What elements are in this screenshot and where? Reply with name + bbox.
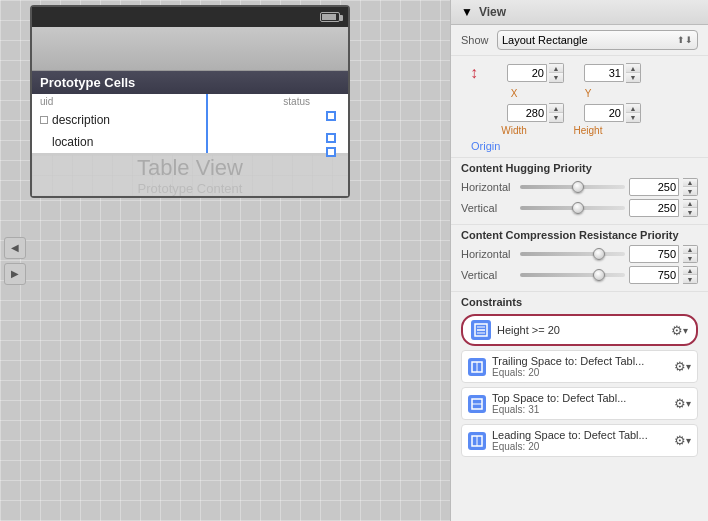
width-field-group: ▲ ▼ bbox=[507, 103, 564, 123]
description-row: description bbox=[32, 109, 348, 131]
top-constraint-texts: Top Space to: Defect Tabl... Equals: 31 bbox=[492, 392, 668, 415]
width-stepper[interactable]: ▲ ▼ bbox=[549, 103, 564, 123]
height-input[interactable] bbox=[584, 104, 624, 122]
hugging-v-inc[interactable]: ▲ bbox=[683, 200, 697, 208]
trailing-icon-svg bbox=[471, 361, 483, 373]
height-increment[interactable]: ▲ bbox=[626, 104, 640, 113]
arrow-right-button[interactable]: ▶ bbox=[4, 263, 26, 285]
prototype-cells-section: Prototype Cells uid status description bbox=[32, 71, 348, 154]
dropdown-chevron-icon-3: ▾ bbox=[686, 398, 691, 409]
compression-vertical-stepper[interactable]: ▲ ▼ bbox=[683, 266, 698, 284]
width-decrement[interactable]: ▼ bbox=[549, 113, 563, 122]
leading-constraint-row: Leading Space to: Defect Tabl... Equals:… bbox=[461, 424, 698, 457]
compression-vertical-slider[interactable] bbox=[520, 273, 625, 277]
compression-horizontal-slider[interactable] bbox=[520, 252, 625, 256]
comp-v-dec[interactable]: ▼ bbox=[683, 275, 697, 283]
compression-vertical-thumb[interactable] bbox=[593, 269, 605, 281]
table-view-title: Table View bbox=[137, 155, 243, 181]
compression-horizontal-label: Horizontal bbox=[461, 248, 516, 260]
y-increment[interactable]: ▲ bbox=[626, 64, 640, 73]
hugging-h-inc[interactable]: ▲ bbox=[683, 179, 697, 187]
content-hugging-title: Content Hugging Priority bbox=[461, 162, 698, 174]
leading-constraint-gear[interactable]: ⚙ ▾ bbox=[674, 433, 691, 448]
wh-spacer bbox=[461, 103, 487, 123]
compression-horizontal-thumb[interactable] bbox=[593, 248, 605, 260]
x-increment[interactable]: ▲ bbox=[549, 64, 563, 73]
nav-bar bbox=[32, 27, 348, 71]
top-constraint-gear[interactable]: ⚙ ▾ bbox=[674, 396, 691, 411]
compression-horizontal-stepper[interactable]: ▲ ▼ bbox=[683, 245, 698, 263]
uid-status-row: uid status bbox=[32, 94, 348, 109]
constraints-title: Constraints bbox=[461, 296, 698, 308]
hugging-horizontal-slider[interactable] bbox=[520, 185, 625, 189]
uid-label: uid bbox=[40, 96, 53, 107]
origin-button[interactable]: Origin bbox=[461, 138, 510, 156]
dropdown-chevron-icon-2: ▾ bbox=[686, 361, 691, 372]
compression-resistance-section: Content Compression Resistance Priority … bbox=[451, 225, 708, 292]
height-field-group: ▲ ▼ bbox=[584, 103, 641, 123]
height-label: Height bbox=[561, 125, 615, 136]
hugging-vertical-label: Vertical bbox=[461, 202, 516, 214]
xy-labels: X Y bbox=[451, 86, 708, 99]
right-handle-blue-2 bbox=[326, 133, 336, 143]
x-field-group: ▲ ▼ bbox=[507, 60, 564, 86]
section-triangle-icon: ▼ bbox=[461, 5, 473, 19]
location-row: location bbox=[32, 131, 348, 153]
content-hugging-section: Content Hugging Priority Horizontal ▲ ▼ … bbox=[451, 158, 708, 225]
canvas-area: ◀ ▶ Prototype Cells uid status bbox=[0, 0, 450, 521]
comp-h-inc[interactable]: ▲ bbox=[683, 246, 697, 254]
x-decrement[interactable]: ▼ bbox=[549, 73, 563, 82]
location-label: location bbox=[52, 135, 93, 149]
x-input[interactable] bbox=[507, 64, 547, 82]
arrow-left-button[interactable]: ◀ bbox=[4, 237, 26, 259]
y-stepper[interactable]: ▲ ▼ bbox=[626, 63, 641, 83]
prototype-cells-label: Prototype Cells bbox=[40, 75, 135, 90]
hugging-vertical-stepper[interactable]: ▲ ▼ bbox=[683, 199, 698, 217]
y-label: Y bbox=[561, 88, 615, 99]
height-decrement[interactable]: ▼ bbox=[626, 113, 640, 122]
hugging-horizontal-stepper[interactable]: ▲ ▼ bbox=[683, 178, 698, 196]
position-wh-row: ▲ ▼ ▲ ▼ bbox=[451, 99, 708, 123]
show-label: Show bbox=[461, 34, 491, 46]
hugging-vertical-thumb[interactable] bbox=[572, 202, 584, 214]
x-stepper[interactable]: ▲ ▼ bbox=[549, 63, 564, 83]
left-arrow-panel: ◀ ▶ bbox=[4, 237, 26, 285]
dropdown-chevron-icon: ▾ bbox=[683, 325, 688, 336]
right-handle-blue-1 bbox=[326, 111, 336, 121]
trailing-constraint-gear[interactable]: ⚙ ▾ bbox=[674, 359, 691, 374]
vertical-blue-connector bbox=[206, 94, 208, 153]
hugging-horizontal-label: Horizontal bbox=[461, 181, 516, 193]
phone-frame: Prototype Cells uid status description bbox=[30, 5, 350, 198]
gear-icon-4: ⚙ bbox=[674, 433, 686, 448]
y-decrement[interactable]: ▼ bbox=[626, 73, 640, 82]
comp-h-dec[interactable]: ▼ bbox=[683, 254, 697, 262]
hugging-horizontal-thumb[interactable] bbox=[572, 181, 584, 193]
properties-panel: ▼ View Show Layout Rectangle ⬆⬇ ↕ ▲ ▼ ▲ bbox=[450, 0, 708, 521]
hugging-v-dec[interactable]: ▼ bbox=[683, 208, 697, 216]
compression-horizontal-input[interactable] bbox=[629, 245, 679, 263]
width-increment[interactable]: ▲ bbox=[549, 104, 563, 113]
height-stepper[interactable]: ▲ ▼ bbox=[626, 103, 641, 123]
dropdown-chevron-icon-4: ▾ bbox=[686, 435, 691, 446]
hugging-vertical-input[interactable] bbox=[629, 199, 679, 217]
comp-v-inc[interactable]: ▲ bbox=[683, 267, 697, 275]
height-constraint-row: Height >= 20 ⚙ ▾ bbox=[461, 314, 698, 346]
wh-labels: Width Height bbox=[451, 123, 708, 136]
width-input[interactable] bbox=[507, 104, 547, 122]
height-constraint-gear[interactable]: ⚙ ▾ bbox=[671, 323, 688, 338]
description-handle bbox=[40, 116, 48, 124]
leading-constraint-texts: Leading Space to: Defect Tabl... Equals:… bbox=[492, 429, 668, 452]
description-label: description bbox=[52, 113, 110, 127]
show-dropdown[interactable]: Layout Rectangle ⬆⬇ bbox=[497, 30, 698, 50]
hugging-horizontal-input[interactable] bbox=[629, 178, 679, 196]
x-label: X bbox=[487, 88, 541, 99]
top-icon-svg bbox=[471, 398, 483, 410]
compression-vertical-input[interactable] bbox=[629, 266, 679, 284]
y-input[interactable] bbox=[584, 64, 624, 82]
top-constraint-bottom: Equals: 31 bbox=[492, 404, 668, 415]
hugging-vertical-slider[interactable] bbox=[520, 206, 625, 210]
top-constraint-top: Top Space to: Defect Tabl... bbox=[492, 392, 668, 404]
gear-icon-2: ⚙ bbox=[674, 359, 686, 374]
height-constraint-text: Height >= 20 bbox=[497, 324, 665, 336]
hugging-h-dec[interactable]: ▼ bbox=[683, 187, 697, 195]
